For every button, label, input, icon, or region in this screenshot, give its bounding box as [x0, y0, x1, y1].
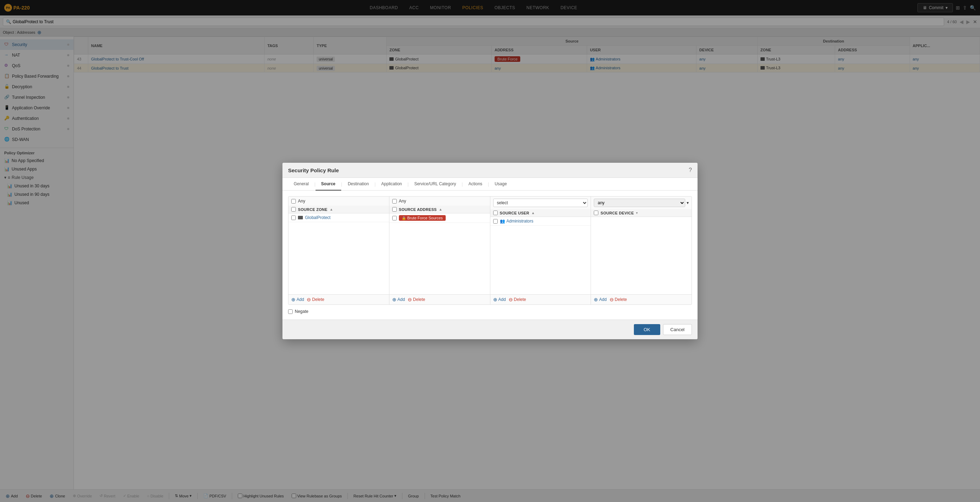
- device-dropdown-arrow: ▾: [687, 200, 689, 205]
- device-dropdown-row: any ▾: [591, 197, 692, 209]
- source-device-panel: any ▾ SOURCE DEVICE ▾: [591, 197, 692, 305]
- address-list: 🔒 Brute Force Sources: [390, 213, 490, 294]
- address-header-left: SOURCE ADDRESS ▲: [392, 207, 442, 211]
- zone-panel-title: SOURCE ZONE: [298, 207, 328, 211]
- address-add-icon: ⊕: [392, 297, 396, 302]
- zone-flag-icon: [298, 216, 303, 219]
- tab-actions[interactable]: Actions: [463, 178, 488, 191]
- security-policy-modal: Security Policy Rule ? General | Source …: [282, 163, 698, 339]
- zone-del-icon: ⊖: [307, 297, 311, 302]
- source-zone-panel: Any SOURCE ZONE ▲ GlobalProtec: [288, 197, 389, 305]
- modal-cancel-button[interactable]: Cancel: [663, 324, 692, 335]
- user-delete-link[interactable]: ⊖ Delete: [509, 297, 526, 302]
- modal-overlay: Security Policy Rule ? General | Source …: [0, 0, 980, 502]
- device-del-icon: ⊖: [609, 297, 614, 302]
- device-select[interactable]: any: [594, 199, 685, 207]
- zone-any-label: Any: [298, 199, 305, 203]
- source-user-panel: select SOURCE USER ▲: [490, 197, 591, 305]
- brute-force-tag: 🔒 Brute Force Sources: [399, 215, 445, 221]
- negate-checkbox[interactable]: [288, 309, 293, 314]
- tab-destination[interactable]: Destination: [342, 178, 375, 191]
- address-any-checkbox[interactable]: [392, 199, 397, 203]
- device-add-icon: ⊕: [594, 297, 598, 302]
- address-delete-link[interactable]: ⊖ Delete: [408, 297, 425, 302]
- user-list: 👥 Administrators: [490, 217, 591, 294]
- modal-help-icon[interactable]: ?: [689, 167, 692, 173]
- admin-icon: 👥: [500, 219, 505, 224]
- user-panel-title: SOURCE USER: [500, 211, 530, 215]
- zone-header-left: SOURCE ZONE ▲: [291, 207, 333, 211]
- user-select[interactable]: select: [493, 199, 588, 207]
- device-header-left: SOURCE DEVICE ▾: [594, 211, 638, 215]
- user-footer: ⊕ Add ⊖ Delete: [490, 294, 591, 305]
- device-panel-title: SOURCE DEVICE: [600, 211, 634, 215]
- address-item-cb[interactable]: [392, 216, 397, 221]
- user-sort-icon[interactable]: ▲: [531, 211, 535, 215]
- address-header-checkbox[interactable]: [392, 207, 397, 211]
- address-panel-title: SOURCE ADDRESS: [399, 207, 437, 211]
- modal-tabs: General | Source | Destination | Applica…: [282, 178, 698, 191]
- zone-header-checkbox[interactable]: [291, 207, 296, 211]
- device-add-link[interactable]: ⊕ Add: [594, 297, 606, 302]
- modal-content: Any SOURCE ZONE ▲ GlobalProtec: [282, 191, 698, 319]
- user-add-link[interactable]: ⊕ Add: [493, 297, 506, 302]
- user-header-checkbox[interactable]: [493, 211, 498, 215]
- source-grid: Any SOURCE ZONE ▲ GlobalProtec: [288, 196, 692, 305]
- negate-label: Negate: [295, 309, 309, 314]
- tab-general[interactable]: General: [288, 178, 315, 191]
- device-header-row: SOURCE DEVICE ▾: [591, 209, 692, 217]
- device-footer: ⊕ Add ⊖ Delete: [591, 294, 692, 305]
- address-header-row: SOURCE ADDRESS ▲: [390, 206, 490, 213]
- user-add-icon: ⊕: [493, 297, 497, 302]
- zone-sort-icon[interactable]: ▲: [329, 207, 333, 211]
- tab-source[interactable]: Source: [315, 178, 341, 191]
- device-delete-link[interactable]: ⊖ Delete: [609, 297, 627, 302]
- zone-name[interactable]: GlobalProtect: [305, 215, 331, 220]
- user-del-icon: ⊖: [509, 297, 513, 302]
- zone-item-globalprotect[interactable]: GlobalProtect: [288, 213, 389, 222]
- modal-title: Security Policy Rule: [288, 167, 339, 173]
- zone-any-checkbox[interactable]: [291, 199, 296, 203]
- user-select-row: select: [490, 197, 591, 209]
- zone-header-row: SOURCE ZONE ▲: [288, 206, 389, 213]
- zone-list: GlobalProtect: [288, 213, 389, 294]
- zone-delete-link[interactable]: ⊖ Delete: [307, 297, 325, 302]
- address-any-row: Any: [390, 197, 490, 206]
- brute-force-icon: 🔒: [402, 216, 406, 220]
- zone-add-icon: ⊕: [291, 297, 296, 302]
- modal-header: Security Policy Rule ?: [282, 163, 698, 178]
- negate-row: Negate: [288, 305, 692, 314]
- device-list: [591, 217, 692, 294]
- address-footer: ⊕ Add ⊖ Delete: [390, 294, 490, 305]
- zone-add-link[interactable]: ⊕ Add: [291, 297, 304, 302]
- device-header-checkbox[interactable]: [594, 211, 598, 215]
- administrators-item[interactable]: 👥 Administrators: [500, 219, 534, 224]
- user-header-row: SOURCE USER ▲: [490, 209, 591, 217]
- address-item-brute-force[interactable]: 🔒 Brute Force Sources: [390, 213, 490, 223]
- user-header-left: SOURCE USER ▲: [493, 211, 535, 215]
- address-del-icon: ⊖: [408, 297, 412, 302]
- address-add-link[interactable]: ⊕ Add: [392, 297, 405, 302]
- admin-name[interactable]: Administrators: [506, 219, 534, 224]
- address-any-label: Any: [399, 199, 406, 203]
- modal-ok-button[interactable]: OK: [634, 324, 660, 335]
- tab-service-url[interactable]: Service/URL Category: [409, 178, 462, 191]
- zone-item-cb[interactable]: [291, 216, 296, 220]
- tab-usage[interactable]: Usage: [489, 178, 512, 191]
- device-sort-icon[interactable]: ▾: [636, 211, 638, 215]
- source-address-panel: Any SOURCE ADDRESS ▲ 🔒: [390, 197, 490, 305]
- zone-footer: ⊕ Add ⊖ Delete: [288, 294, 389, 305]
- user-item-administrators[interactable]: 👥 Administrators: [490, 217, 591, 226]
- modal-footer: OK Cancel: [282, 319, 698, 339]
- address-sort-icon[interactable]: ▲: [439, 207, 442, 211]
- zone-any-row: Any: [288, 197, 389, 206]
- user-item-cb[interactable]: [493, 219, 498, 224]
- tab-application[interactable]: Application: [375, 178, 408, 191]
